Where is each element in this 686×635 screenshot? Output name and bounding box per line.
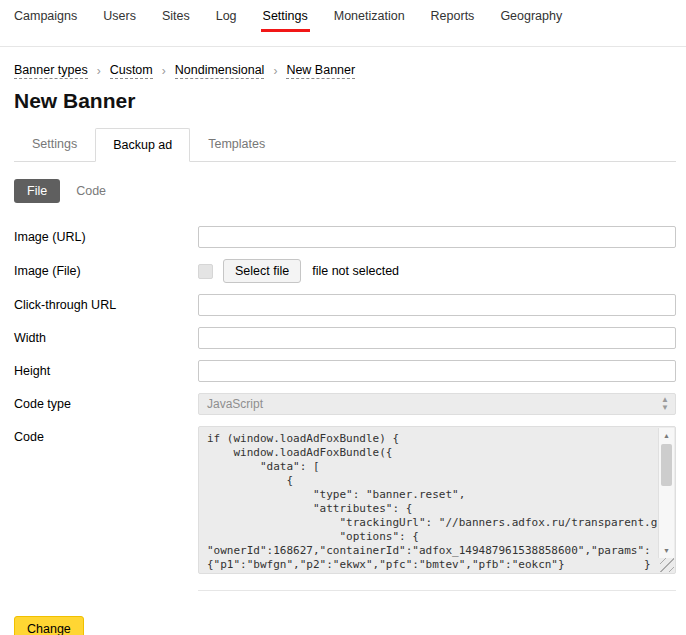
image-url-input[interactable] xyxy=(198,226,676,248)
bottom-divider xyxy=(198,590,676,591)
tab-backup-ad[interactable]: Backup ad xyxy=(95,128,190,162)
code-label: Code xyxy=(14,426,198,444)
scrollbar-thumb[interactable] xyxy=(661,444,672,486)
code-type-select[interactable]: JavaScript ▲▼ xyxy=(198,393,676,415)
nav-monetization[interactable]: Monetization xyxy=(334,9,405,32)
height-label: Height xyxy=(14,364,198,378)
scroll-up-icon[interactable]: ▲ xyxy=(659,428,674,443)
breadcrumb-nondimensional[interactable]: Nondimensional xyxy=(175,63,265,79)
breadcrumb-separator: › xyxy=(97,64,101,78)
code-type-label: Code type xyxy=(14,397,198,411)
width-row: Width xyxy=(14,327,676,349)
nav-campaigns[interactable]: Campaigns xyxy=(14,9,77,32)
backup-ad-form: Image (URL) Image (File) Select file fil… xyxy=(14,226,676,574)
main-content: Banner types › Custom › Nondimensional ›… xyxy=(0,63,686,635)
breadcrumb-banner-types[interactable]: Banner types xyxy=(14,63,88,79)
breadcrumb-new-banner[interactable]: New Banner xyxy=(286,63,355,79)
code-row: Code if (window.loadAdFoxBundle) { windo… xyxy=(14,426,676,574)
change-button[interactable]: Change xyxy=(14,616,84,635)
tab-bar: Settings Backup ad Templates xyxy=(14,127,676,162)
image-file-checkbox[interactable] xyxy=(198,264,213,279)
breadcrumb-separator: › xyxy=(162,64,166,78)
image-file-label: Image (File) xyxy=(14,264,198,278)
width-input[interactable] xyxy=(198,327,676,349)
resize-grip-icon[interactable] xyxy=(660,558,674,572)
code-type-value: JavaScript xyxy=(207,397,263,411)
scroll-down-icon[interactable]: ▼ xyxy=(659,543,674,558)
image-url-row: Image (URL) xyxy=(14,226,676,248)
header-divider xyxy=(0,30,686,47)
nav-sites[interactable]: Sites xyxy=(162,9,190,32)
tab-settings[interactable]: Settings xyxy=(14,127,95,161)
image-url-label: Image (URL) xyxy=(14,230,198,244)
nav-log[interactable]: Log xyxy=(216,9,237,32)
page-title: New Banner xyxy=(14,89,676,113)
click-url-row: Click-through URL xyxy=(14,294,676,316)
file-status-text: file not selected xyxy=(312,264,399,278)
height-row: Height xyxy=(14,360,676,382)
code-scrollbar[interactable]: ▲ ▼ xyxy=(658,428,674,558)
nav-users[interactable]: Users xyxy=(103,9,136,32)
code-toggle-button[interactable]: Code xyxy=(76,184,106,198)
nav-reports[interactable]: Reports xyxy=(431,9,475,32)
click-url-input[interactable] xyxy=(198,294,676,316)
click-url-label: Click-through URL xyxy=(14,298,198,312)
select-arrows-icon: ▲▼ xyxy=(661,396,669,412)
breadcrumb-custom[interactable]: Custom xyxy=(110,63,153,79)
file-toggle-button[interactable]: File xyxy=(14,179,60,203)
breadcrumb-separator: › xyxy=(273,64,277,78)
source-toggle: File Code xyxy=(14,179,676,203)
nav-settings[interactable]: Settings xyxy=(263,9,308,32)
code-editor: if (window.loadAdFoxBundle) { window.loa… xyxy=(198,426,676,574)
tab-templates[interactable]: Templates xyxy=(190,127,283,161)
breadcrumb: Banner types › Custom › Nondimensional ›… xyxy=(14,63,676,79)
width-label: Width xyxy=(14,331,198,345)
select-file-button[interactable]: Select file xyxy=(223,259,301,283)
nav-geography[interactable]: Geography xyxy=(500,9,562,32)
height-input[interactable] xyxy=(198,360,676,382)
image-file-row: Image (File) Select file file not select… xyxy=(14,259,676,283)
top-nav: Campaigns Users Sites Log Settings Monet… xyxy=(0,0,686,30)
code-textarea[interactable]: if (window.loadAdFoxBundle) { window.loa… xyxy=(199,427,657,573)
code-type-row: Code type JavaScript ▲▼ xyxy=(14,393,676,415)
